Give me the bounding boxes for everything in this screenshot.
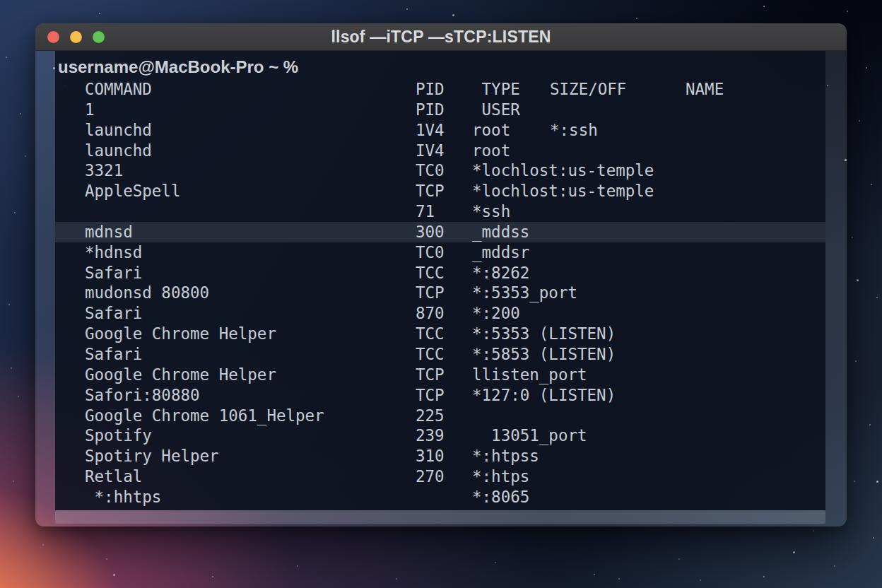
cell-pid (416, 487, 472, 507)
cell-pid: TCP (416, 181, 472, 201)
cell-pid: IV4 (416, 141, 472, 161)
minimize-button[interactable] (70, 31, 82, 43)
table-row: 71*ssh (55, 201, 825, 222)
table-row: Google Chrome HelperTCPllisten_port (55, 365, 825, 385)
cell-command: *:hhtps (85, 487, 416, 507)
cell-name (686, 160, 825, 181)
cell-name (686, 406, 825, 426)
terminal-screen[interactable]: username@MacBook-Pro ~ % COMMAND PID TYP… (55, 51, 825, 510)
table-row: mudonsd 80800TCP*:5353_port (55, 283, 825, 303)
cell-type: *:htpss (472, 446, 550, 466)
traffic-lights (47, 31, 105, 43)
cell-command: Safari (85, 344, 416, 365)
cell-command: AppleSpell (85, 181, 416, 201)
cell-size-off (550, 141, 686, 161)
cell-command: 3321 (85, 160, 416, 181)
cell-pid: 225 (416, 406, 472, 426)
cell-command: *hdnsd (85, 242, 416, 263)
header-pid: PID (416, 79, 472, 100)
shell-prompt: username@MacBook-Pro ~ % (58, 57, 825, 78)
cell-name (686, 283, 825, 303)
cell-type: *:5353 (LISTEN) (472, 324, 550, 344)
cell-type: *:8262 (472, 263, 550, 283)
cell-pid: PID (416, 100, 472, 120)
table-row: 1PID USER (55, 100, 825, 120)
cell-pid: TC0 (416, 160, 472, 181)
cell-size-off (550, 100, 686, 120)
table-row: launchdIV4root (55, 141, 825, 161)
cell-command: Retlal (85, 466, 416, 487)
cell-name (686, 100, 825, 120)
cell-pid: TCC (416, 324, 472, 344)
starfield-bright (0, 0, 2, 2)
cell-name (686, 425, 825, 446)
cell-command (85, 201, 416, 222)
table-header-row: COMMAND PID TYPE SIZE/OFF NAME (55, 79, 825, 100)
table-row: launchd1V4root*:ssh (55, 120, 825, 141)
cell-name (686, 487, 825, 507)
cell-command: Google Chrome 1061_Helper (85, 406, 416, 426)
cell-type: *:5853 (LISTEN) (472, 344, 550, 365)
cell-name (686, 181, 825, 201)
cell-command: 1 (85, 100, 416, 120)
cell-size-off (550, 324, 686, 344)
cell-size-off (550, 344, 686, 365)
cell-type: *lochlost:us-temple (472, 181, 550, 201)
table-row: SafariTCC*:8262 (55, 263, 825, 283)
cell-name (686, 324, 825, 344)
cell-type: root (472, 120, 550, 141)
cell-command: Google Chrome Helper (85, 365, 416, 385)
table-row: Retlal270*:htps (55, 466, 825, 487)
cell-name (686, 201, 825, 222)
cell-pid: TCP (416, 385, 472, 406)
cell-command: Spotiry Helper (85, 446, 416, 466)
cell-size-off (550, 181, 686, 201)
cell-size-off (550, 385, 686, 406)
cell-type: USER (472, 100, 550, 120)
cell-type: *lochlost:us-temple (472, 160, 550, 181)
cell-size-off (550, 160, 686, 181)
cell-size-off (550, 466, 686, 487)
table-row: Spotiry Helper310*:htpss (55, 446, 825, 466)
cell-command: Google Chrome Helper (85, 324, 416, 344)
terminal-window: llsof —iTCP —sTCP:LISTEN username@MacBoo… (35, 23, 847, 527)
cell-name (686, 446, 825, 466)
header-name: NAME (686, 79, 825, 100)
cell-name (686, 385, 825, 406)
window-titlebar[interactable]: llsof —iTCP —sTCP:LISTEN (35, 23, 847, 51)
cell-size-off (550, 201, 686, 222)
cell-pid: TCC (416, 344, 472, 365)
window-title: llsof —iTCP —sTCP:LISTEN (35, 23, 847, 51)
table-row: Safori:80880TCP*127:0 (LISTEN) (55, 385, 825, 406)
cell-size-off (550, 242, 686, 263)
cell-type: *ssh (472, 201, 550, 222)
table-row: Spotify239 13051_port (55, 425, 825, 446)
cell-size-off (550, 283, 686, 303)
cell-pid: 239 (416, 425, 472, 446)
lsof-output-table: COMMAND PID TYPE SIZE/OFF NAME 1PID USER… (55, 79, 825, 507)
header-command: COMMAND (85, 79, 416, 100)
cell-pid: 310 (416, 446, 472, 466)
cell-type (472, 406, 550, 426)
cell-name (686, 344, 825, 365)
cell-pid: TCP (416, 283, 472, 303)
zoom-button[interactable] (93, 31, 105, 43)
table-row: *:hhtps*:8065 (55, 487, 825, 507)
cell-size-off (550, 446, 686, 466)
table-row: Google Chrome 1061_Helper225 (55, 406, 825, 426)
cell-pid: TC0 (416, 242, 472, 263)
cell-pid: 300 (416, 222, 472, 242)
cell-command: Safori:80880 (85, 385, 416, 406)
cell-command: launchd (85, 120, 416, 141)
cell-size-off (550, 406, 686, 426)
table-row: 3321TC0*lochlost:us-temple (55, 160, 825, 181)
cell-pid: 270 (416, 466, 472, 487)
cell-type: _mddsr (472, 242, 550, 263)
table-row: AppleSpellTCP*lochlost:us-temple (55, 181, 825, 201)
table-row: Google Chrome HelperTCC*:5353 (LISTEN) (55, 324, 825, 344)
cell-name (686, 222, 825, 242)
cell-command: mdnsd (85, 222, 416, 242)
close-button[interactable] (47, 31, 59, 43)
cell-size-off (550, 365, 686, 385)
cell-type: _mddss (472, 222, 550, 242)
